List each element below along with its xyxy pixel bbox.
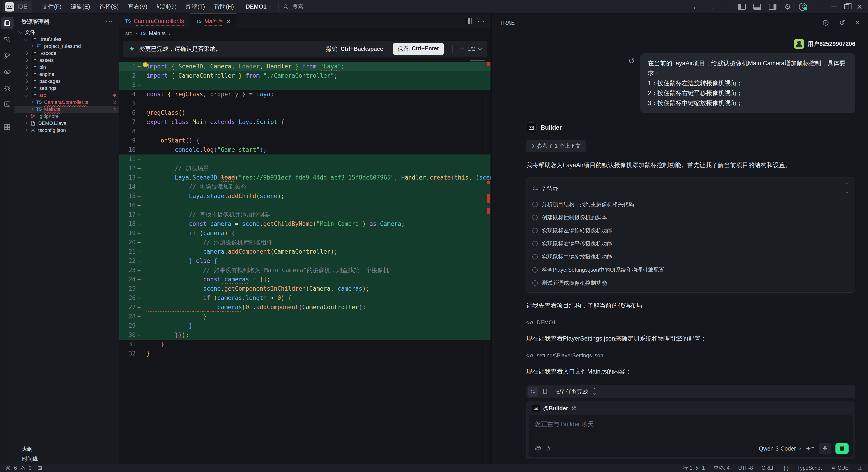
code-editor[interactable]: 1+import { Scene3D, Camera, Loader, Hand… bbox=[119, 59, 491, 464]
code-line[interactable]: 26+ if (cameras.length > 0) { bbox=[119, 293, 491, 303]
code-line[interactable]: 12+ // 加载场景 bbox=[119, 164, 491, 173]
tree-item-src[interactable]: src bbox=[14, 92, 119, 99]
panel-resize-handle[interactable] bbox=[491, 13, 492, 464]
mention-label[interactable]: @Builder bbox=[543, 405, 568, 412]
prev-change-icon[interactable] bbox=[460, 48, 464, 52]
statusbar-item[interactable]: { } bbox=[784, 465, 789, 471]
window-close-button[interactable]: × bbox=[857, 2, 862, 11]
statusbar-item[interactable]: 行 1, 列 1 bbox=[683, 465, 705, 472]
tree-item-.vscode[interactable]: .vscode bbox=[14, 50, 119, 57]
toggle-left-panel-icon[interactable] bbox=[738, 4, 746, 10]
sidebar-section-大纲[interactable]: 大纲 bbox=[14, 444, 119, 454]
ports-icon[interactable] bbox=[37, 466, 42, 471]
expand-collapse-icon[interactable]: ⌃⌄ bbox=[592, 389, 596, 394]
code-line[interactable]: 23+ // 如果没有找到名为"Main Camera"的摄像机，则查找第一个摄… bbox=[119, 266, 491, 275]
retry-icon[interactable]: ↺ bbox=[628, 57, 635, 66]
tools-icon[interactable]: ⚒ bbox=[571, 405, 577, 411]
todo-item[interactable]: 实现鼠标中键缩放摄像机功能 bbox=[532, 253, 849, 260]
menu-item[interactable]: 转到(G) bbox=[152, 1, 181, 12]
todo-item[interactable]: 分析项目结构，找到主摄像机相关代码 bbox=[532, 201, 849, 208]
code-line[interactable]: 4const { regClass, property } = Laya; bbox=[119, 90, 491, 99]
collapse-icon[interactable]: ⌃⌄ bbox=[845, 182, 849, 195]
menu-item[interactable]: 编辑(E) bbox=[66, 1, 94, 12]
mention-button[interactable]: @ bbox=[535, 445, 541, 452]
activitybar-source-control-icon[interactable] bbox=[1, 49, 13, 62]
context-reference-pill[interactable]: 参考了 1 个上下文 bbox=[526, 140, 586, 152]
code-line[interactable]: 31 } bbox=[119, 340, 491, 349]
breadcrumb-root[interactable]: src bbox=[125, 31, 132, 37]
menu-item[interactable]: 文件(F) bbox=[38, 1, 66, 12]
statusbar-item[interactable]: TypeScript bbox=[797, 465, 822, 471]
tool-call-row[interactable]: DEMO1 bbox=[526, 319, 855, 326]
activitybar-terminal-icon[interactable] bbox=[1, 98, 13, 111]
code-line[interactable]: 29+ } bbox=[119, 321, 491, 330]
menu-item[interactable]: 选择(S) bbox=[95, 1, 123, 12]
task-list-button[interactable] bbox=[528, 386, 538, 397]
activitybar-explorer-icon[interactable] bbox=[1, 17, 13, 29]
todo-item[interactable]: 检查PlayerSettings.json中的UI系统和物理引擎配置 bbox=[532, 266, 849, 273]
stop-generation-button[interactable] bbox=[835, 443, 848, 454]
code-line[interactable]: 14+ // 将场景添加到舞台 bbox=[119, 182, 491, 192]
code-line[interactable]: 28+ } bbox=[119, 312, 491, 321]
project-selector[interactable]: DEMO1 bbox=[243, 2, 274, 11]
code-line[interactable]: 21+ camera.addComponent(CameraController… bbox=[119, 247, 491, 256]
tab-close-icon[interactable]: × bbox=[227, 18, 230, 25]
code-line[interactable]: 27+ cameras[0].addComponent(CameraContro… bbox=[119, 303, 491, 312]
nav-back-icon[interactable]: ← bbox=[692, 3, 700, 11]
todo-checkbox[interactable] bbox=[532, 215, 538, 220]
bell-icon[interactable] bbox=[857, 466, 863, 471]
code-line[interactable]: 16+ bbox=[119, 201, 491, 210]
tree-section-文件[interactable]: 文件 bbox=[14, 29, 119, 36]
code-line[interactable]: 18+ const camera = scene.getChildByName(… bbox=[119, 219, 491, 229]
todo-checkbox[interactable] bbox=[532, 267, 538, 273]
tree-item-settings[interactable]: settings bbox=[14, 85, 119, 92]
todo-item[interactable]: 创建鼠标控制摄像机的脚本 bbox=[532, 214, 849, 221]
undo-changes-button[interactable]: 撤销Ctrl+Backspace bbox=[326, 45, 383, 53]
todo-checkbox[interactable] bbox=[532, 228, 538, 233]
chat-input[interactable]: 您正在与 Builder 聊天 @ # Qwen-3-Coder ✦⁺ bbox=[529, 415, 853, 457]
activitybar-debug-icon[interactable] bbox=[1, 82, 13, 94]
voice-input-button[interactable] bbox=[819, 443, 831, 454]
scrollbar-thumb[interactable] bbox=[470, 60, 485, 61]
tree-item-engine[interactable]: engine bbox=[14, 71, 119, 78]
tree-item-assets[interactable]: assets bbox=[14, 57, 119, 64]
code-line[interactable]: 22+ } else { bbox=[119, 256, 491, 266]
enhance-prompt-icon[interactable]: ✦⁺ bbox=[805, 445, 815, 452]
model-selector[interactable]: Qwen-3-Coder bbox=[759, 445, 801, 452]
code-line[interactable]: 13+ Laya.Scene3D.load("res://9b931ecf-fd… bbox=[119, 173, 491, 182]
tree-item-.gitignore[interactable]: .gitignore bbox=[14, 113, 119, 120]
menu-item[interactable]: 查看(V) bbox=[124, 1, 151, 12]
code-line[interactable]: 30+ })); bbox=[119, 330, 491, 340]
errors-icon[interactable] bbox=[5, 466, 11, 471]
account-avatar[interactable] bbox=[799, 3, 807, 11]
code-line[interactable]: 5 bbox=[119, 99, 491, 108]
code-line[interactable]: 9 onStart() { bbox=[119, 136, 491, 145]
keep-changes-button[interactable]: 保留Ctrl+Enter bbox=[393, 43, 444, 55]
code-line[interactable]: 15+ Laya.stage.addChild(scene); bbox=[119, 192, 491, 201]
task-doc-icon[interactable] bbox=[542, 388, 548, 395]
close-panel-icon[interactable]: × bbox=[855, 19, 860, 27]
next-change-icon[interactable] bbox=[478, 46, 482, 50]
editor-more-actions-icon[interactable]: ··· bbox=[477, 18, 485, 25]
app-logo[interactable]: IDE bbox=[3, 1, 32, 13]
tool-call-row[interactable]: settings\PlayerSettings.json bbox=[526, 352, 855, 359]
toggle-right-panel-icon[interactable] bbox=[769, 4, 776, 10]
todo-checkbox[interactable] bbox=[532, 241, 538, 246]
code-line[interactable]: 24+ const cameras = []; bbox=[119, 275, 491, 284]
context-tag-button[interactable]: # bbox=[547, 445, 551, 452]
error-count[interactable]: 6 bbox=[14, 465, 17, 471]
toggle-bottom-panel-icon[interactable] bbox=[753, 4, 761, 10]
sidebar-section-时间线[interactable]: 时间线 bbox=[14, 454, 119, 464]
todo-item[interactable]: 实现鼠标右键平移摄像机功能 bbox=[532, 240, 849, 247]
split-editor-icon[interactable] bbox=[466, 18, 471, 24]
tree-item-project_rules.md[interactable]: project_rules.md bbox=[14, 43, 119, 50]
activitybar-preview-icon[interactable] bbox=[1, 66, 13, 78]
todo-item[interactable]: 测试并调试摄像机控制功能 bbox=[532, 279, 849, 286]
warning-count[interactable]: 0 bbox=[29, 465, 32, 471]
tab-main[interactable]: TS Main.ts × bbox=[190, 13, 237, 29]
cue-status[interactable]: CUE bbox=[830, 465, 848, 471]
todo-checkbox[interactable] bbox=[532, 280, 538, 286]
window-minimize-button[interactable] bbox=[831, 6, 837, 7]
nav-forward-icon[interactable]: → bbox=[707, 3, 714, 11]
code-line[interactable]: 10 console.log("Game start"); bbox=[119, 145, 491, 155]
